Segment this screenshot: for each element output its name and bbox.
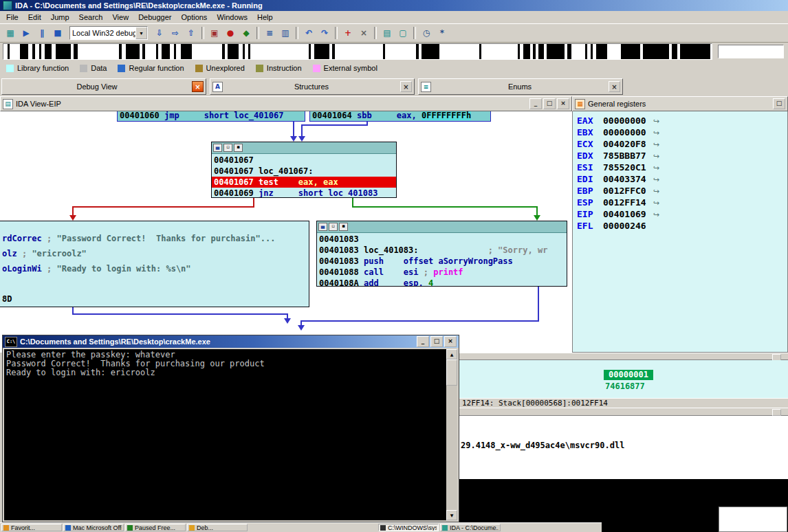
scrollbar-thumb[interactable] — [446, 359, 457, 386]
pin-mini-icon[interactable]: ▫ — [329, 223, 338, 231]
code-line[interactable] — [0, 276, 309, 291]
chevron-down-icon[interactable]: ▼ — [135, 27, 147, 39]
close-icon[interactable]: × — [400, 81, 412, 92]
timer-icon[interactable]: ◷ — [419, 25, 434, 41]
modules-panel-caption[interactable] — [459, 408, 788, 416]
edit-mini-icon[interactable]: ▪ — [234, 144, 243, 152]
hex-view-icon[interactable]: ▢ — [395, 25, 411, 41]
code-line[interactable]: 00401088 call esi ; printf — [317, 267, 567, 278]
follow-value-icon[interactable]: ↪ — [653, 199, 659, 208]
console-title-bar[interactable]: C:\ C:\Documents and Settings\RE\Desktop… — [3, 335, 459, 348]
menu-item-edit[interactable]: Edit — [23, 12, 46, 23]
tab-enums[interactable]: ≡ Enums × — [418, 78, 623, 95]
module-path[interactable]: 29.4148_x-ww_d495ac4e\msvcr90.dll — [461, 441, 624, 450]
stack-trace-icon[interactable]: ≡ — [262, 25, 277, 41]
register-value[interactable]: 0012FF14 — [603, 197, 646, 208]
edit-mini-icon[interactable]: ▪ — [339, 223, 348, 231]
navigation-band[interactable] — [3, 43, 712, 60]
register-value[interactable]: 785BBB77 — [603, 151, 646, 161]
scroll-up-icon[interactable]: ▲ — [446, 349, 457, 359]
follow-value-icon[interactable]: ↪ — [653, 152, 659, 161]
code-line[interactable]: 00401083 loc_401083: ; "Sorry, wr — [317, 245, 567, 256]
stack-value-highlight[interactable]: 00000001 — [604, 370, 653, 380]
code-line[interactable]: 00401069 jnz short loc_401083 — [212, 188, 396, 198]
nav-right-box[interactable] — [718, 45, 784, 58]
menu-item-options[interactable]: Options — [176, 12, 212, 23]
register-value[interactable]: 0012FFC0 — [603, 186, 646, 196]
register-value[interactable]: 004020F8 — [603, 139, 646, 149]
stack-panel-caption[interactable] — [459, 353, 788, 360]
pin-mini-icon[interactable]: ▫ — [223, 144, 232, 152]
scroll-down-icon[interactable]: ▼ — [446, 510, 457, 520]
step-into-icon[interactable]: ⇩ — [152, 25, 167, 41]
taskbar-item[interactable]: Deb... — [187, 524, 248, 531]
threads-icon[interactable]: ▥ — [278, 25, 293, 41]
graph-mini-icon[interactable]: ▄ — [318, 223, 327, 231]
graph-node-jmp[interactable]: 00401060 jmp short loc_401067 — [117, 111, 305, 122]
stack-value[interactable]: 74616877 — [605, 381, 645, 391]
menu-item-help[interactable]: Help — [252, 12, 278, 23]
pause-process-icon[interactable]: ∥ — [34, 25, 50, 41]
code-line[interactable]: 00401083 push offset aSorryWrongPass — [317, 256, 567, 267]
follow-value-icon[interactable]: ↪ — [653, 187, 659, 196]
minimize-icon[interactable]: _ — [529, 98, 542, 109]
graph-node-header[interactable]: ▄ ▫ ▪ — [212, 142, 396, 154]
register-value[interactable]: 00403374 — [603, 174, 646, 184]
title-bar[interactable]: IDA - C:\Documents and Settings\RE\Deskt… — [0, 0, 788, 11]
follow-value-icon[interactable]: ↪ — [653, 140, 659, 149]
code-line[interactable]: 8D — [0, 291, 309, 307]
follow-value-icon[interactable]: ↪ — [653, 164, 659, 173]
taskbar-item[interactable]: Mac Microsoft Offic... — [63, 524, 124, 531]
register-value[interactable]: 00401069 — [603, 209, 646, 219]
watch-list-icon[interactable]: ◆ — [239, 25, 254, 41]
menu-item-debugger[interactable]: Debugger — [133, 12, 176, 23]
graph-node-header[interactable]: ▄ ▫ ▪ — [317, 221, 567, 233]
restore-icon[interactable]: □ — [543, 98, 556, 109]
code-line[interactable]: 00401060 jmp short loc_401067 — [118, 111, 305, 122]
minimize-icon[interactable]: _ — [417, 336, 429, 347]
modules-view[interactable]: 29.4148_x-ww_d495ac4e\msvcr90.dll — [459, 416, 788, 479]
code-line[interactable]: rdCorrec ; "Password Correct! Thanks for… — [0, 231, 309, 246]
close-icon[interactable]: × — [192, 81, 204, 92]
desktop-icon[interactable]: ▦ — [3, 25, 18, 41]
graph-node-sbb[interactable]: 00401064 sbb eax, 0FFFFFFFFh — [309, 111, 491, 122]
breakpoint-list-icon[interactable]: ● — [223, 25, 238, 41]
close-icon[interactable]: × — [557, 98, 569, 109]
follow-value-icon[interactable]: ↪ — [653, 117, 659, 126]
register-value[interactable]: 00000000 — [603, 115, 646, 126]
menu-item-file[interactable]: File — [1, 12, 23, 23]
run-until-return-icon[interactable]: ⇧ — [184, 25, 199, 41]
taskbar-item[interactable]: Paused Free... — [125, 524, 186, 531]
debugger-select[interactable]: Local Win32 debugger ▼ — [69, 26, 148, 40]
maximize-icon[interactable]: □ — [430, 336, 443, 347]
code-line[interactable]: 00401067 test eax, eax — [212, 177, 396, 188]
graph-node-correct[interactable]: rdCorrec ; "Password Correct! Thanks for… — [0, 221, 309, 307]
ida-view-caption[interactable]: ▤ IDA View-EIP _ □ × — [0, 96, 572, 111]
stop-process-icon[interactable]: ■ — [50, 25, 65, 41]
undo-icon[interactable]: ↶ — [301, 25, 316, 41]
remove-breakpoint-icon[interactable]: × — [356, 25, 371, 41]
continue-process-icon[interactable]: ▶ — [19, 25, 34, 41]
code-line[interactable]: 00401067 loc_401067: — [212, 166, 396, 177]
menu-item-jump[interactable]: Jump — [46, 12, 74, 23]
graph-view[interactable]: 00401060 jmp short loc_401067 00401064 s… — [0, 111, 572, 353]
menu-item-view[interactable]: View — [107, 12, 133, 23]
graph-mini-icon[interactable]: ▄ — [213, 144, 222, 152]
code-line[interactable]: 00401067 — [212, 155, 396, 166]
tab-structures[interactable]: A Structures × — [210, 78, 415, 95]
menu-item-search[interactable]: Search — [74, 12, 108, 23]
graph-node-test[interactable]: ▄ ▫ ▪ 0040106700401067 loc_401067:004010… — [211, 142, 397, 198]
tab-debug-view[interactable]: Debug View × — [1, 78, 206, 95]
follow-value-icon[interactable]: ↪ — [653, 129, 659, 137]
restore-icon[interactable] — [772, 409, 781, 416]
console-output[interactable]: Please enter the passkey: whateverPasswo… — [4, 349, 446, 520]
console-window[interactable]: C:\ C:\Documents and Settings\RE\Desktop… — [2, 335, 459, 522]
add-breakpoint-icon[interactable]: + — [340, 25, 355, 41]
cpu-window-icon[interactable]: ▤ — [380, 25, 395, 41]
step-over-icon[interactable]: ⇨ — [168, 25, 183, 41]
taskbar-item[interactable]: C:\WINDOWS\syste... — [378, 524, 439, 531]
console-scrollbar[interactable]: ▲ ▼ — [446, 349, 457, 520]
stack-view[interactable]: 00000001 74616877 — [459, 360, 788, 398]
registers-caption[interactable]: ▦ General registers □ — [572, 96, 788, 111]
code-line[interactable]: 0040108A add esp, 4 — [317, 278, 567, 287]
